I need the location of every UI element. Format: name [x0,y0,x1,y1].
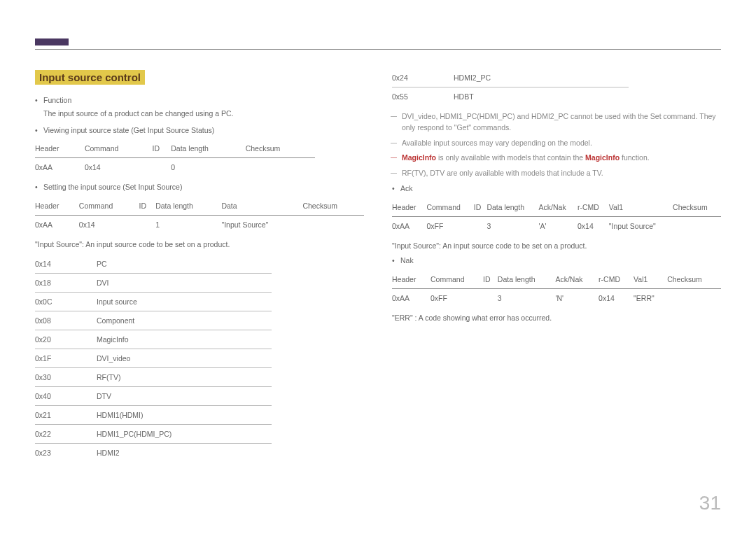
page-number: 31 [699,492,721,514]
table-cell: 0xFF [426,216,473,235]
table-cell [667,289,721,308]
right-column: 0x24HDMI2_PC 0x55HDBT DVI_video, HDMI1_P… [392,70,721,468]
table-header: Header [35,139,85,158]
table-cell: 0x14 [578,216,609,235]
code-cell: 0x18 [35,273,97,292]
table-cell: 0x14 [85,158,153,177]
code-cell: 0x30 [35,367,97,386]
table-header: Header [392,270,430,289]
table-header: Val1 [609,198,673,217]
code-cell: 0x0C [35,292,97,311]
magicinfo-highlight: MagicInfo [402,153,436,162]
code-cell: 0x14 [35,255,97,274]
table-header: ID [474,198,487,217]
code-cell: 0x22 [35,424,97,443]
table-cell [302,216,364,234]
table-header: Ack/Nak [555,270,598,289]
table-cell: 0xAA [35,158,85,177]
table-cell: 3 [498,289,556,308]
source-codes-table-cont: 0x24HDMI2_PC 0x55HDBT [392,69,629,106]
function-label: Function [43,96,71,104]
set-source-table: Header Command ID Data length Data Check… [35,197,364,234]
table-cell: "ERR" [634,289,667,308]
table-cell: "Input Source" [609,216,673,235]
code-label: HDMI1_PC(HDMI_PC) [97,424,272,443]
table-cell: 'N' [555,289,598,308]
table-header: Ack/Nak [539,198,578,217]
table-header: Data length [171,139,245,158]
table-header: Command [426,198,473,217]
nak-bullet: Nak [400,255,721,267]
table-header: Data length [486,198,538,217]
table-header: Checksum [673,198,721,217]
table-header: Header [392,198,426,217]
table-cell: 0x14 [598,289,634,308]
ack-bullet: Ack [400,183,721,195]
code-label: Component [97,311,272,330]
header-rule [35,49,721,50]
table-header: Header [35,197,79,216]
code-label: HDMI1(HDMI) [97,405,272,424]
code-label: MagicInfo [97,330,272,349]
code-cell: 0x20 [35,330,97,349]
get-status-table: Header Command ID Data length Checksum 0… [35,139,315,176]
ack-table: Header Command ID Data length Ack/Nak r-… [392,198,721,235]
table-cell: 0x14 [79,216,139,234]
table-cell: "Input Source" [221,216,302,234]
code-label: HDMI2 [97,443,272,462]
view-state-bullet: Viewing input source state (Get Input So… [43,125,364,136]
table-cell [153,158,172,177]
code-cell: 0x1F [35,349,97,367]
table-header: Checksum [667,270,721,289]
table-header: Checksum [302,197,364,216]
input-source-note-2: "Input Source": An input source code to … [392,241,721,252]
left-column: Input source control Function The input … [35,70,364,468]
table-cell: 0xAA [35,216,79,234]
page-content: Input source control Function The input … [35,70,721,468]
table-header: Checksum [246,139,315,158]
table-header: r-CMD [578,198,609,217]
table-cell: 0xAA [392,289,430,308]
table-header: r-CMD [598,270,634,289]
table-header: Data length [498,270,556,289]
code-label: HDMI2_PC [454,69,629,87]
set-source-bullet: Setting the input source (Set Input Sour… [43,182,364,193]
table-cell [474,216,487,235]
table-cell: 'A' [539,216,578,235]
table-header: ID [139,197,155,216]
function-description: The input source of a product can be cha… [43,108,364,120]
code-cell: 0x23 [35,443,97,462]
code-cell: 0x24 [392,69,454,87]
note-text: function. [620,153,650,162]
code-label: DTV [97,386,272,405]
header-accent-block [35,38,69,45]
code-label: DVI [97,273,272,292]
code-cell: 0x40 [35,386,97,405]
table-cell [139,216,155,234]
table-cell: 1 [155,216,221,234]
nak-table: Header Command ID Data length Ack/Nak r-… [392,270,721,307]
source-codes-table: 0x14PC 0x18DVI 0x0CInput source 0x08Comp… [35,255,272,462]
code-cell: 0x21 [35,405,97,424]
note-model-vary: Available input sources may vary dependi… [402,138,721,149]
note-dvi-hdmi-set: DVI_video, HDMI1_PC(HDMI_PC) and HDMI2_P… [402,111,721,134]
table-header: ID [153,139,172,158]
code-label: Input source [97,292,272,311]
code-label: RF(TV) [97,367,272,386]
code-label: HDBT [454,87,629,106]
table-cell [246,158,315,177]
note-rftv-dtv: RF(TV), DTV are only available with mode… [402,168,721,179]
code-label: DVI_video [97,349,272,367]
table-cell: 0xAA [392,216,426,235]
table-header: Command [85,139,153,158]
section-title: Input source control [35,70,145,85]
table-cell [483,289,498,308]
err-note: "ERR" : A code showing what error has oc… [392,313,721,324]
function-bullet: Function The input source of a product c… [43,95,364,120]
table-cell: 0xFF [430,289,483,308]
table-cell: 3 [486,216,538,235]
table-cell: 0 [171,158,245,177]
table-header: Val1 [634,270,667,289]
magicinfo-highlight: MagicInfo [585,153,620,162]
table-header: Command [430,270,483,289]
